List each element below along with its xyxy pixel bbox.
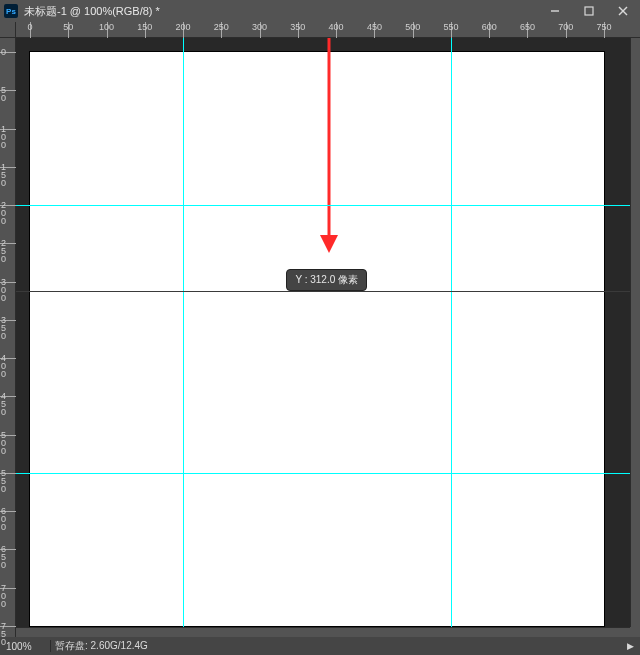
editor-area: 0501001502002503003504004505005506006507… bbox=[0, 22, 640, 637]
ruler-h-tick-label: 200 bbox=[176, 22, 191, 32]
ruler-v-tick-label: 7 0 0 bbox=[1, 584, 15, 608]
minimize-button[interactable] bbox=[538, 0, 572, 22]
ruler-h-tick-label: 700 bbox=[558, 22, 573, 32]
canvas-viewport[interactable]: Y : 312.0 像素 bbox=[16, 38, 630, 627]
ruler-h-tick-label: 100 bbox=[99, 22, 114, 32]
scratch-disk-readout[interactable]: 暂存盘: 2.60G/12.4G bbox=[55, 639, 621, 653]
guide-horizontal[interactable] bbox=[16, 473, 630, 474]
guide-vertical[interactable] bbox=[183, 38, 184, 627]
ruler-origin[interactable] bbox=[0, 22, 16, 38]
svg-rect-3 bbox=[585, 7, 593, 15]
scratch-value: 2.60G/12.4G bbox=[91, 640, 148, 651]
ruler-v-tick-label: 5 0 bbox=[1, 86, 15, 102]
ruler-v-tick-label: 2 5 0 bbox=[1, 239, 15, 263]
ruler-v-tick-label: 5 0 0 bbox=[1, 431, 15, 455]
ruler-v-tick-label: 7 5 0 bbox=[1, 622, 15, 646]
guide-horizontal-dragging[interactable] bbox=[16, 291, 630, 292]
ruler-v-tick-label: 5 5 0 bbox=[1, 469, 15, 493]
ruler-v-tick-label: 4 5 0 bbox=[1, 392, 15, 416]
document-canvas[interactable] bbox=[30, 52, 604, 626]
ruler-v-tick-label: 1 5 0 bbox=[1, 163, 15, 187]
ruler-v-tick-label: 6 0 0 bbox=[1, 507, 15, 531]
scrollbar-horizontal[interactable] bbox=[16, 627, 630, 637]
ruler-h-tick-label: 150 bbox=[137, 22, 152, 32]
scrollbar-corner bbox=[630, 627, 640, 637]
ruler-h-tick-label: 300 bbox=[252, 22, 267, 32]
viewport-inner: Y : 312.0 像素 bbox=[16, 38, 630, 627]
ruler-vertical[interactable]: 05 01 0 01 5 02 0 02 5 03 0 03 5 04 0 04… bbox=[0, 38, 16, 637]
statusbar-menu-arrow-icon[interactable]: ▶ bbox=[621, 641, 640, 651]
scrollbar-vertical[interactable] bbox=[630, 38, 640, 627]
ruler-horizontal[interactable]: 0501001502002503003504004505005506006507… bbox=[16, 22, 640, 38]
ruler-h-tick-label: 600 bbox=[482, 22, 497, 32]
svg-text:Ps: Ps bbox=[6, 7, 16, 16]
ruler-v-tick-label: 3 5 0 bbox=[1, 316, 15, 340]
ruler-h-tick-label: 250 bbox=[214, 22, 229, 32]
ruler-v-tick-label: 0 bbox=[1, 48, 15, 56]
titlebar[interactable]: Ps 未标题-1 @ 100%(RGB/8) * bbox=[0, 0, 640, 22]
scratch-label: 暂存盘: bbox=[55, 640, 88, 651]
ruler-v-tick-label: 4 0 0 bbox=[1, 354, 15, 378]
app-window: Ps 未标题-1 @ 100%(RGB/8) * 050100150200250… bbox=[0, 0, 640, 655]
ruler-h-tick-label: 550 bbox=[443, 22, 458, 32]
ruler-h-tick-label: 50 bbox=[63, 22, 73, 32]
guide-horizontal[interactable] bbox=[16, 205, 630, 206]
ruler-v-tick-label: 2 0 0 bbox=[1, 201, 15, 225]
ruler-h-tick-label: 450 bbox=[367, 22, 382, 32]
ruler-h-tick-label: 400 bbox=[329, 22, 344, 32]
guide-vertical[interactable] bbox=[451, 38, 452, 627]
maximize-button[interactable] bbox=[572, 0, 606, 22]
ruler-v-tick-label: 3 0 0 bbox=[1, 278, 15, 302]
statusbar-separator bbox=[50, 640, 51, 652]
close-button[interactable] bbox=[606, 0, 640, 22]
ruler-h-tick-label: 350 bbox=[290, 22, 305, 32]
ruler-h-tick-label: 650 bbox=[520, 22, 535, 32]
ruler-h-tick-label: 0 bbox=[27, 22, 32, 32]
statusbar: 100% 暂存盘: 2.60G/12.4G ▶ bbox=[0, 637, 640, 655]
document-title: 未标题-1 @ 100%(RGB/8) * bbox=[24, 4, 538, 19]
guide-position-tooltip: Y : 312.0 像素 bbox=[286, 269, 367, 291]
ruler-v-tick-label: 1 0 0 bbox=[1, 125, 15, 149]
ruler-v-tick-label: 6 5 0 bbox=[1, 545, 15, 569]
ruler-h-tick-label: 500 bbox=[405, 22, 420, 32]
ruler-h-tick-label: 750 bbox=[596, 22, 611, 32]
photoshop-icon: Ps bbox=[4, 4, 18, 18]
window-controls bbox=[538, 0, 640, 22]
